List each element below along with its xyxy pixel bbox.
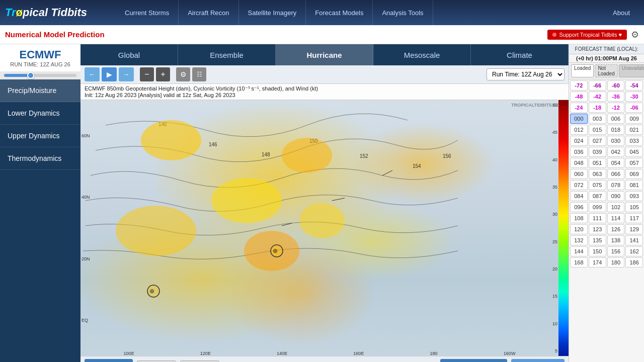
nav-current-storms[interactable]: Current Storms <box>116 0 179 25</box>
forecast-cell-4-2[interactable]: 018 <box>607 125 625 135</box>
nav-forecast-models[interactable]: Forecast Models <box>306 0 373 25</box>
forecast-cell-9-1[interactable]: 075 <box>589 180 606 190</box>
support-button[interactable]: Support Tropical Tidbits ♥ <box>547 30 627 40</box>
tab-ensemble[interactable]: Ensemble <box>178 44 276 65</box>
timeline-slider[interactable] <box>4 74 76 77</box>
forecast-cell-15-2[interactable]: 156 <box>607 246 625 256</box>
zoom-out-button[interactable]: − <box>140 67 154 81</box>
sidebar-item-lower-dynamics[interactable]: Lower Dynamics <box>0 102 80 125</box>
forecast-cell-14-2[interactable]: 138 <box>607 235 625 245</box>
tab-global[interactable]: Global <box>80 44 178 65</box>
forecast-cell-11-0[interactable]: 096 <box>570 202 588 212</box>
forecast-cell-6-2[interactable]: 042 <box>607 147 625 157</box>
forecast-cell-12-2[interactable]: 114 <box>607 213 625 223</box>
forecast-cell-2-1[interactable]: -18 <box>589 103 606 113</box>
forecast-gif-button[interactable]: FORECAST GIF <box>440 359 507 362</box>
forecast-cell-8-3[interactable]: 069 <box>625 169 643 179</box>
trend-gif-button[interactable]: TREND GIF <box>511 359 565 362</box>
forecast-cell-16-1[interactable]: 174 <box>589 257 606 267</box>
forecast-cell-11-2[interactable]: 102 <box>607 202 625 212</box>
forecast-cell-3-0[interactable]: 000 <box>570 114 588 124</box>
forecast-cell-3-1[interactable]: 003 <box>589 114 606 124</box>
prev-frame-button[interactable]: ← <box>85 67 100 81</box>
forecast-cell-4-0[interactable]: 012 <box>570 125 588 135</box>
forecast-cell-14-0[interactable]: 132 <box>570 235 588 245</box>
forecast-cell-11-3[interactable]: 105 <box>625 202 643 212</box>
forecast-cell-6-0[interactable]: 036 <box>570 147 588 157</box>
nav-satellite-imagery[interactable]: Satellite Imagery <box>239 0 306 25</box>
forecast-cell-5-0[interactable]: 024 <box>570 136 588 146</box>
forecast-cell-9-2[interactable]: 078 <box>607 180 625 190</box>
forecast-cell-15-3[interactable]: 162 <box>625 246 643 256</box>
forecast-cell-8-2[interactable]: 066 <box>607 169 625 179</box>
forecast-cell-1-1[interactable]: -42 <box>589 92 606 102</box>
forecast-cell-12-3[interactable]: 117 <box>625 213 643 223</box>
forecast-cell-1-2[interactable]: -36 <box>607 92 625 102</box>
forecast-cell-7-0[interactable]: 048 <box>570 158 588 168</box>
forecast-cell-7-3[interactable]: 057 <box>625 158 643 168</box>
forecast-cell-0-2[interactable]: -60 <box>607 80 625 90</box>
forecast-cell-12-1[interactable]: 111 <box>589 213 606 223</box>
not-loaded-badge[interactable]: Not Loaded <box>595 64 617 77</box>
regions-button[interactable]: REGIONS <box>85 359 133 362</box>
forecast-cell-9-3[interactable]: 081 <box>625 180 643 190</box>
forecast-cell-5-1[interactable]: 027 <box>589 136 606 146</box>
forecast-cell-3-3[interactable]: 009 <box>625 114 643 124</box>
forecast-cell-0-1[interactable]: -66 <box>589 80 606 90</box>
run-time-select[interactable]: Run Time: 12Z Aug 26 <box>487 68 565 80</box>
forecast-cell-2-0[interactable]: -24 <box>570 103 588 113</box>
forecast-cell-7-2[interactable]: 054 <box>607 158 625 168</box>
nav-analysis-tools[interactable]: Analysis Tools <box>373 0 433 25</box>
sidebar-item-upper-dynamics[interactable]: Upper Dynamics <box>0 125 80 147</box>
sidebar-item-thermodynamics[interactable]: Thermodynamics <box>0 147 80 170</box>
forecast-cell-14-3[interactable]: 141 <box>625 235 643 245</box>
site-logo[interactable]: Trøpical Tidbits <box>5 6 106 19</box>
forecast-cell-4-1[interactable]: 015 <box>589 125 606 135</box>
forecast-cell-13-0[interactable]: 120 <box>570 224 588 234</box>
forecast-cell-3-2[interactable]: 006 <box>607 114 625 124</box>
forecast-cell-16-2[interactable]: 180 <box>607 257 625 267</box>
nav-aircraft-recon[interactable]: Aircraft Recon <box>179 0 238 25</box>
forecast-cell-5-3[interactable]: 033 <box>625 136 643 146</box>
next-run-button[interactable]: Next Run → <box>180 360 219 363</box>
settings-icon[interactable]: ⚙ <box>631 29 639 40</box>
tab-hurricane[interactable]: Hurricane <box>276 44 373 65</box>
forecast-cell-10-1[interactable]: 087 <box>589 191 606 201</box>
next-frame-button[interactable]: → <box>119 67 134 81</box>
settings-button[interactable]: ⚙ <box>176 67 190 81</box>
forecast-cell-8-0[interactable]: 060 <box>570 169 588 179</box>
forecast-cell-10-0[interactable]: 084 <box>570 191 588 201</box>
forecast-cell-15-0[interactable]: 144 <box>570 246 588 256</box>
prev-run-button[interactable]: ← Prev Run <box>137 360 176 363</box>
forecast-cell-16-3[interactable]: 186 <box>625 257 643 267</box>
map-image[interactable]: 146 146 148 150 152 154 156 ⊕ <box>80 100 569 356</box>
forecast-cell-16-0[interactable]: 168 <box>570 257 588 267</box>
loaded-badge[interactable]: Loaded <box>571 64 594 77</box>
grid-button[interactable]: ☷ <box>192 67 206 81</box>
play-button[interactable]: ▶ <box>102 67 117 81</box>
sidebar-item-precip[interactable]: Precip/Moisture <box>0 79 80 102</box>
forecast-cell-1-0[interactable]: -48 <box>570 92 588 102</box>
tab-climate[interactable]: Climate <box>471 44 569 65</box>
forecast-cell-7-1[interactable]: 051 <box>589 158 606 168</box>
forecast-cell-9-0[interactable]: 072 <box>570 180 588 190</box>
forecast-cell-12-0[interactable]: 108 <box>570 213 588 223</box>
forecast-cell-5-2[interactable]: 030 <box>607 136 625 146</box>
forecast-cell-15-1[interactable]: 150 <box>589 246 606 256</box>
forecast-cell-6-1[interactable]: 039 <box>589 147 606 157</box>
forecast-cell-2-2[interactable]: -12 <box>607 103 625 113</box>
forecast-cell-10-2[interactable]: 090 <box>607 191 625 201</box>
forecast-cell-10-3[interactable]: 093 <box>625 191 643 201</box>
nav-about[interactable]: About <box>604 0 639 25</box>
forecast-cell-13-2[interactable]: 126 <box>607 224 625 234</box>
forecast-cell-13-3[interactable]: 129 <box>625 224 643 234</box>
forecast-cell-6-3[interactable]: 045 <box>625 147 643 157</box>
tab-mesoscale[interactable]: Mesoscale <box>373 44 471 65</box>
forecast-cell-11-1[interactable]: 099 <box>589 202 606 212</box>
forecast-cell-4-3[interactable]: 021 <box>625 125 643 135</box>
forecast-cell-0-3[interactable]: -54 <box>625 80 643 90</box>
forecast-cell-14-1[interactable]: 135 <box>589 235 606 245</box>
zoom-in-button[interactable]: + <box>156 67 170 81</box>
unavailable-badge[interactable]: Unavailable <box>619 64 644 77</box>
forecast-cell-8-1[interactable]: 063 <box>589 169 606 179</box>
